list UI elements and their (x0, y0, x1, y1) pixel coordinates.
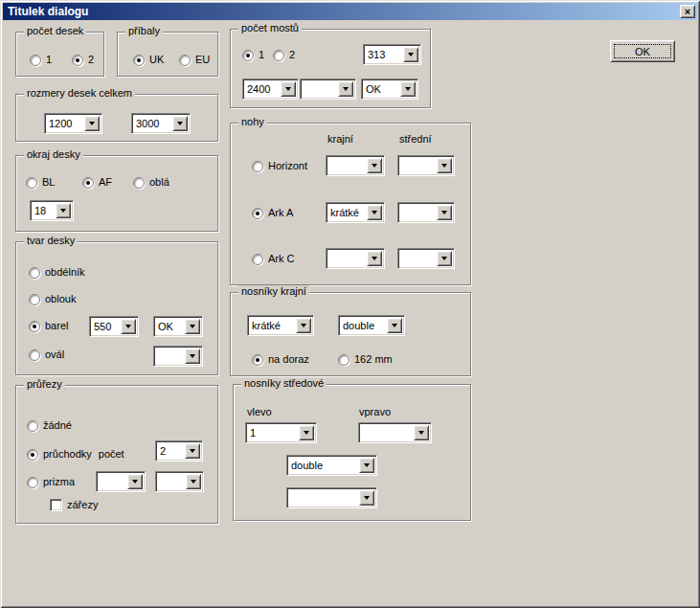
combo-nosniky-krajni-2[interactable]: double (338, 315, 405, 336)
radio-nohy-ark-c[interactable]: Ark C (252, 253, 295, 265)
radio-pocet-mostu-1[interactable]: 1 (242, 49, 264, 61)
combo-dropdown-button[interactable] (359, 458, 374, 473)
combo-dropdown-button[interactable] (186, 474, 201, 489)
combo-dropdown-button[interactable] (367, 205, 382, 220)
combo-ark-a-stredni[interactable] (397, 202, 455, 223)
combo-oval[interactable] (153, 346, 203, 367)
checkbox-zarezy[interactable]: zářezy (50, 499, 98, 511)
radio-prurezy-pruchodky[interactable]: průchodky počet (27, 448, 124, 461)
group-pocet-mostu: počet mostů 1 2 313 2400 OK (230, 29, 431, 108)
combo-horizont-stredni[interactable] (397, 155, 455, 176)
ok-button[interactable]: OK (610, 40, 675, 62)
combo-rozmery-1[interactable]: 1200 (44, 113, 102, 134)
combo-dropdown-button[interactable] (387, 318, 402, 333)
radio-pribaly-uk[interactable]: UK (133, 54, 164, 66)
combo-dropdown-button[interactable] (127, 474, 143, 489)
radio-tvar-barel[interactable]: barel (29, 320, 68, 332)
radio-icon[interactable] (27, 449, 38, 461)
combo-barel-550[interactable]: 550 (89, 316, 139, 337)
radio-icon[interactable] (26, 177, 37, 189)
radio-pocet-mostu-2[interactable]: 2 (273, 49, 295, 61)
combo-dropdown-button[interactable] (84, 116, 100, 131)
combo-dropdown-button[interactable] (367, 158, 382, 173)
radio-icon[interactable] (82, 177, 94, 189)
radio-icon[interactable] (29, 349, 40, 361)
radio-icon[interactable] (179, 55, 191, 66)
radio-prurezy-prizma[interactable]: prizma (27, 476, 75, 488)
combo-prizma-2[interactable] (155, 471, 204, 492)
radio-pocet-desek-2[interactable]: 2 (72, 54, 94, 66)
radio-icon[interactable] (338, 354, 350, 366)
radio-icon[interactable] (133, 177, 145, 189)
radio-pribaly-eu[interactable]: EU (179, 54, 210, 66)
combo-pocet-mostu-2400[interactable]: 2400 (242, 79, 299, 100)
radio-icon[interactable] (252, 254, 263, 265)
combo-ark-c-stredni[interactable] (397, 248, 455, 269)
radio-pocet-desek-1[interactable]: 1 (30, 54, 52, 66)
combo-dropdown-button[interactable] (414, 425, 429, 440)
combo-dropdown-button[interactable] (437, 205, 452, 220)
combo-dropdown-button[interactable] (172, 116, 188, 131)
radio-na-doraz[interactable]: na doraz (252, 353, 309, 366)
combo-ark-a-krajni[interactable]: krátké (326, 202, 385, 223)
combo-barel-ok[interactable]: OK (153, 316, 203, 337)
radio-icon[interactable] (30, 55, 41, 66)
radio-icon[interactable] (27, 420, 38, 432)
combo-dropdown-button[interactable] (185, 443, 200, 459)
radio-nohy-horizont[interactable]: Horizont (252, 160, 307, 172)
combo-dropdown-button[interactable] (367, 251, 382, 266)
combo-dropdown-button[interactable] (299, 425, 314, 440)
combo-rozmery-2[interactable]: 3000 (131, 113, 191, 134)
combo-dropdown-button[interactable] (338, 81, 353, 97)
radio-okraj-bl[interactable]: BL (26, 176, 55, 189)
combo-ark-c-krajni[interactable] (326, 248, 385, 269)
combo-dropdown-button[interactable] (403, 47, 418, 62)
group-pribaly: příbaly UK EU (117, 32, 218, 77)
combo-nosniky-krajni-1[interactable]: krátké (247, 315, 314, 336)
radio-icon[interactable] (27, 477, 38, 488)
title-bar[interactable]: Titulek dialogu × (3, 3, 697, 20)
combo-horizont-krajni[interactable] (326, 155, 385, 176)
combo-dropdown-button[interactable] (56, 203, 71, 218)
combo-pocet-mostu-top[interactable]: 313 (363, 44, 421, 65)
radio-icon[interactable] (252, 208, 263, 219)
combo-dropdown-button[interactable] (296, 318, 311, 333)
dropdown-arrow-icon (441, 257, 447, 260)
radio-icon[interactable] (29, 321, 40, 332)
combo-dropdown-button[interactable] (185, 349, 200, 364)
radio-okraj-obla[interactable]: oblá (133, 176, 169, 189)
radio-okraj-af[interactable]: AF (82, 176, 112, 189)
radio-icon[interactable] (252, 354, 263, 366)
combo-prizma-1[interactable] (96, 471, 146, 492)
close-button[interactable]: × (680, 5, 695, 18)
radio-prurezy-zadne[interactable]: žádné (27, 419, 72, 432)
radio-tvar-oval[interactable]: ovál (29, 349, 64, 361)
radio-icon[interactable] (242, 50, 254, 61)
combo-vlevo[interactable]: 1 (245, 422, 317, 443)
radio-icon[interactable] (72, 55, 83, 66)
radio-icon[interactable] (29, 294, 40, 305)
radio-icon[interactable] (29, 267, 40, 279)
radio-162-mm[interactable]: 162 mm (338, 353, 393, 366)
radio-icon[interactable] (133, 55, 145, 66)
combo-dropdown-button[interactable] (359, 490, 374, 506)
combo-vpravo[interactable] (358, 422, 432, 443)
radio-tvar-oblouk[interactable]: oblouk (29, 293, 76, 305)
combo-dropdown-button[interactable] (400, 81, 416, 97)
checkbox-icon[interactable] (50, 499, 62, 511)
combo-dropdown-button[interactable] (121, 319, 136, 334)
radio-icon[interactable] (252, 161, 263, 172)
combo-stredove-bottom[interactable] (286, 487, 377, 508)
combo-dropdown-button[interactable] (437, 158, 452, 173)
combo-dropdown-button[interactable] (185, 319, 200, 334)
radio-nohy-ark-a[interactable]: Ark A (252, 207, 293, 219)
combo-okraj-18[interactable]: 18 (30, 200, 74, 221)
radio-tvar-obdelnik[interactable]: obdélník (29, 266, 85, 279)
combo-dropdown-button[interactable] (437, 251, 452, 266)
combo-pocet-mostu-ok[interactable]: OK (361, 79, 418, 100)
combo-pocet-mostu-empty[interactable] (300, 79, 356, 100)
combo-dropdown-button[interactable] (281, 81, 296, 97)
combo-pruchodky-pocet[interactable]: 2 (155, 440, 203, 462)
radio-icon[interactable] (273, 50, 284, 61)
combo-stredove-double[interactable]: double (286, 455, 377, 476)
